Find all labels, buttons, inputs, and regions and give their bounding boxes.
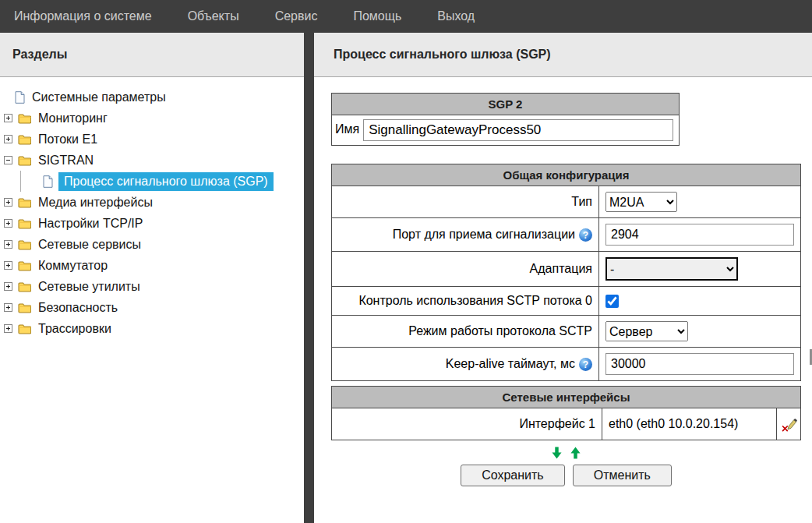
general-config-table: Общая конфигурация Тип M2UA Порт для при… xyxy=(331,164,801,381)
tree-connector-line xyxy=(20,171,43,192)
expand-plus-icon[interactable] xyxy=(4,114,12,122)
document-icon xyxy=(43,175,53,188)
sidebar-item-label: Потоки E1 xyxy=(37,130,99,149)
expand-plus-icon[interactable] xyxy=(4,303,12,312)
folder-icon xyxy=(18,218,31,229)
interfaces-table-header: Сетевые интерфейсы xyxy=(332,387,801,408)
interface-value: eth0 (eth0 10.0.20.154) xyxy=(602,408,777,440)
help-icon[interactable] xyxy=(579,228,592,242)
interface-label: Интерфейс 1 xyxy=(332,408,602,440)
folder-icon xyxy=(18,134,31,145)
name-input[interactable] xyxy=(363,119,673,141)
config-row-type: Тип M2UA xyxy=(332,186,801,218)
sidebar-item-label: Сетевые сервисы xyxy=(37,235,143,254)
interface-edit-cell xyxy=(777,408,801,440)
top-menu-bar: Информация о системе Объекты Сервис Помо… xyxy=(0,0,812,33)
menu-item-objects[interactable]: Объекты xyxy=(188,9,239,23)
sections-tree: Системные параметры Мониторинг Потоки E1… xyxy=(0,77,304,339)
sidebar-item-tcpip-settings[interactable]: Настройки TCP/IP xyxy=(0,213,304,234)
menu-item-help[interactable]: Помощь xyxy=(353,9,401,23)
config-row-sctp-stream0: Контроль использования SCTP потока 0 xyxy=(332,287,801,316)
sctp-stream0-label: Контроль использования SCTP потока 0 xyxy=(332,287,599,316)
sgp-name-row: Имя xyxy=(332,115,680,146)
keepalive-label-cell: Keep-alive таймаут, мс xyxy=(332,348,599,381)
folder-icon xyxy=(18,239,31,250)
sidebar-item-label: Сетевые утилиты xyxy=(37,277,142,296)
interface-row: Интерфейс 1 eth0 (eth0 10.0.20.154) xyxy=(332,408,801,440)
expand-minus-icon[interactable] xyxy=(4,156,12,164)
type-label: Тип xyxy=(332,186,599,218)
folder-icon xyxy=(18,281,31,292)
sidebar-item-label: Медиа интерфейсы xyxy=(37,193,154,212)
sidebar-item-monitoring[interactable]: Мониторинг xyxy=(0,108,304,129)
expand-plus-icon[interactable] xyxy=(4,219,12,228)
expand-plus-icon[interactable] xyxy=(4,261,12,270)
sidebar-title: Разделы xyxy=(0,33,304,77)
sidebar-item-label-selected: Процесс сигнального шлюза (SGP) xyxy=(58,172,274,191)
name-label: Имя xyxy=(335,122,359,136)
sidebar-item-label: Безопасность xyxy=(37,299,119,317)
sidebar-item-label: Коммутатор xyxy=(37,256,109,275)
pane-divider[interactable] xyxy=(304,33,314,523)
adaptation-select[interactable]: - xyxy=(605,257,738,281)
sidebar-item-label: Системные параметры xyxy=(30,88,168,107)
arrow-down-icon[interactable] xyxy=(552,447,562,459)
network-interfaces-table: Сетевые интерфейсы Интерфейс 1 eth0 (eth… xyxy=(331,386,801,440)
sidebar-item-sgp[interactable]: Процесс сигнального шлюза (SGP) xyxy=(0,171,304,192)
port-input[interactable] xyxy=(605,224,794,246)
edit-interface-icon[interactable] xyxy=(781,416,797,433)
sctp-stream0-checkbox[interactable] xyxy=(605,295,619,308)
sidebar-item-e1-streams[interactable]: Потоки E1 xyxy=(0,129,304,150)
sidebar-item-label: Мониторинг xyxy=(37,109,109,128)
config-table-header: Общая конфигурация xyxy=(332,164,801,186)
config-row-sctp-mode: Режим работы протокола SCTP Сервер xyxy=(332,316,801,348)
form-buttons: Сохранить Отменить xyxy=(331,465,801,486)
type-select[interactable]: M2UA xyxy=(605,192,677,212)
expand-plus-icon[interactable] xyxy=(4,135,12,143)
sctp-mode-select[interactable]: Сервер xyxy=(605,321,688,341)
folder-icon xyxy=(18,155,31,166)
port-label: Порт для приема сигнализации xyxy=(393,228,575,241)
arrow-up-icon[interactable] xyxy=(570,447,581,459)
folder-icon xyxy=(18,113,31,124)
keepalive-label: Keep-alive таймаут, мс xyxy=(446,357,575,370)
sidebar-item-network-utils[interactable]: Сетевые утилиты xyxy=(0,276,304,297)
sidebar-item-label: Настройки TCP/IP xyxy=(37,214,144,233)
port-label-cell: Порт для приема сигнализации xyxy=(332,218,599,252)
sidebar-item-media-interfaces[interactable]: Медиа интерфейсы xyxy=(0,192,304,213)
expand-plus-icon[interactable] xyxy=(4,324,12,333)
sidebar-item-traces[interactable]: Трассировки xyxy=(0,318,304,339)
expand-plus-icon[interactable] xyxy=(4,282,12,291)
sidebar-item-network-services[interactable]: Сетевые сервисы xyxy=(0,234,304,255)
cancel-button[interactable]: Отменить xyxy=(573,465,672,486)
main-pane: Процесс сигнального шлюза (SGP) SGP 2 Им… xyxy=(314,33,812,523)
expand-plus-icon[interactable] xyxy=(4,198,12,207)
sidebar: Разделы Системные параметры Мониторинг П… xyxy=(0,33,304,523)
sgp-table-header: SGP 2 xyxy=(332,94,680,115)
page-title: Процесс сигнального шлюза (SGP) xyxy=(314,33,812,77)
menu-item-service[interactable]: Сервис xyxy=(275,9,318,23)
expand-plus-icon[interactable] xyxy=(4,240,12,249)
keepalive-input[interactable] xyxy=(605,353,794,375)
folder-icon xyxy=(18,302,31,313)
reorder-arrows xyxy=(331,447,801,460)
folder-icon xyxy=(18,260,31,271)
sidebar-item-sigtran[interactable]: SIGTRAN xyxy=(0,150,304,171)
sidebar-item-system-params[interactable]: Системные параметры xyxy=(0,87,304,108)
sidebar-item-security[interactable]: Безопасность xyxy=(0,297,304,318)
sidebar-item-switch[interactable]: Коммутатор xyxy=(0,255,304,276)
sidebar-item-label: SIGTRAN xyxy=(37,151,95,170)
config-row-keepalive: Keep-alive таймаут, мс xyxy=(332,348,801,381)
document-icon xyxy=(15,91,25,104)
help-icon[interactable] xyxy=(579,358,592,371)
sgp-table: SGP 2 Имя xyxy=(331,93,680,146)
config-row-port: Порт для приема сигнализации xyxy=(332,218,801,252)
folder-icon xyxy=(18,197,31,208)
adaptation-label: Адаптация xyxy=(332,252,599,287)
menu-item-system-info[interactable]: Информация о системе xyxy=(14,9,152,23)
sidebar-item-label: Трассировки xyxy=(37,320,113,338)
config-row-adaptation: Адаптация - xyxy=(332,252,801,287)
main-content: SGP 2 Имя Общая конфигурация Тип xyxy=(314,77,812,523)
menu-item-exit[interactable]: Выход xyxy=(437,9,475,23)
save-button[interactable]: Сохранить xyxy=(461,465,565,486)
